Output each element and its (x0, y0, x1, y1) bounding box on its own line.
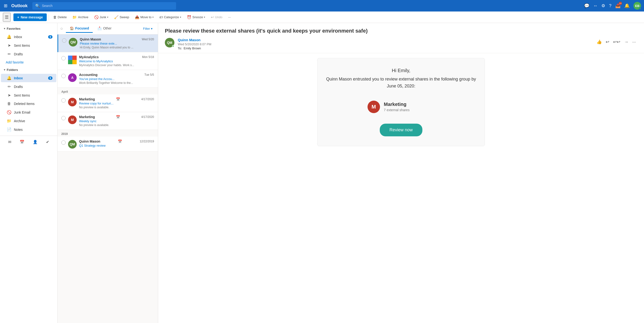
search-input[interactable] (42, 4, 173, 8)
email-list: QM Quinn Mason Wed 5/20 Please review th… (58, 34, 158, 323)
settings-icon[interactable]: ⚙ (601, 3, 605, 8)
email-preview: Hi Emily, Quinn Mason entrusted you to .… (80, 46, 154, 49)
select-all-check[interactable]: ○ (60, 26, 63, 31)
email-item[interactable]: A Accounting Tue 5/5 You've joined the A… (58, 70, 158, 88)
favorites-label: Favorites (7, 27, 20, 30)
email-list-tabs: ○ 🏠 Focused 📩 Other Filter ▾ (58, 23, 158, 34)
reply-all-button[interactable]: ↩↩ (612, 38, 622, 46)
email-item[interactable]: M Marketing 📅 4/17/2020 Weekly sync No p… (58, 112, 158, 130)
chat-icon[interactable]: 💬 (584, 3, 590, 8)
bell-icon[interactable]: 🔔 (624, 3, 630, 8)
email-select-radio[interactable] (61, 74, 66, 78)
categorize-button[interactable]: 🏷 Categorize (157, 14, 184, 20)
email-subject: Review copy for nurturi... (79, 102, 154, 105)
send-icon[interactable]: 📤 10 (615, 3, 620, 8)
sidebar-item-junk[interactable]: 🚫 Junk Email (1, 108, 56, 116)
email-select-radio[interactable] (61, 116, 66, 120)
folders-label: Folders (7, 68, 18, 72)
sidebar-item-archive[interactable]: 📁 Archive (1, 117, 56, 125)
archive-button[interactable]: 📁 Archive (70, 14, 90, 21)
sidebar-item-inbox[interactable]: 🔔 Inbox 9 (1, 74, 56, 82)
email-content: Quinn Mason Wed 5/20 Please review these… (80, 38, 154, 49)
move-to-button[interactable]: 📤 Move to (132, 14, 156, 21)
email-content: Marketing 📅 4/17/2020 Weekly sync No pre… (79, 115, 154, 127)
more-button[interactable]: ··· (226, 14, 233, 20)
help-icon[interactable]: ? (609, 3, 612, 8)
favorites-header[interactable]: ▾ Favorites (0, 25, 57, 32)
forward-button[interactable]: → (623, 38, 630, 46)
sidebar-item-deleted[interactable]: 🗑 Deleted Items (1, 100, 56, 108)
sidebar-item-drafts[interactable]: ✏ Drafts (1, 82, 56, 91)
email-date: Wed 5/20 (142, 38, 154, 41)
sweep-button[interactable]: 🧹 Sweep (112, 14, 132, 21)
email-select-radio[interactable] (61, 98, 66, 102)
grid-icon[interactable]: ⊞ (3, 2, 8, 9)
email-subject: Q1 Strategy review (79, 144, 154, 147)
undo-button[interactable]: ↩ Undo (208, 14, 225, 21)
email-preview: MyAnalytics Discover your habits. Work s… (79, 64, 154, 67)
share-icon[interactable]: ↔ (593, 3, 598, 8)
sender-avatar: QM (165, 38, 174, 48)
email-item[interactable]: MyAnalytics Mon 5/18 Welcome to MyAnalyt… (58, 52, 158, 70)
sidebar-item-sent[interactable]: ➤ Sent Items (1, 91, 56, 100)
email-sender: MyAnalytics (79, 55, 99, 59)
email-sender: Accounting (79, 73, 98, 77)
email-greeting: Hi Emily, (325, 68, 478, 73)
sidebar-item-fav-drafts[interactable]: ✏ Drafts (1, 50, 56, 58)
junk-button[interactable]: 🚫 Junk (92, 14, 111, 21)
avatar: A (68, 73, 77, 82)
email-body-card: Hi Emily, Quinn Mason entrusted you to r… (317, 58, 485, 146)
email-body: Hi Emily, Quinn Mason entrusted you to r… (158, 53, 644, 323)
email-date: 4/17/2020 (141, 98, 154, 101)
search-bar[interactable]: 🔍 (32, 2, 176, 10)
snooze-button[interactable]: ⏰ Snooze (184, 14, 208, 21)
hamburger-button[interactable]: ☰ (3, 13, 10, 22)
folders-header[interactable]: ▾ Folders (0, 66, 57, 74)
email-item[interactable]: QM Quinn Mason Wed 5/20 Please review th… (58, 34, 158, 52)
email-select-radio[interactable] (62, 38, 66, 43)
sidebar-item-fav-inbox[interactable]: 🔔 Inbox 9 (1, 32, 56, 41)
reply-button[interactable]: ↩ (604, 38, 611, 46)
email-preview: No preview is available. (79, 124, 154, 127)
avatar: QM (68, 140, 77, 148)
sweep-icon: 🧹 (114, 15, 118, 20)
tab-other[interactable]: 📩 Other (94, 24, 115, 33)
email-more-button[interactable]: ··· (631, 38, 637, 46)
email-select-radio[interactable] (61, 56, 66, 60)
calendar-icon: 📅 (116, 115, 120, 119)
group-avatar: M (368, 101, 380, 113)
like-button[interactable]: 👍 (595, 38, 603, 46)
svg-rect-1 (72, 56, 77, 60)
email-item[interactable]: QM Quinn Mason 📅 12/22/2019 Q1 Strategy … (58, 136, 158, 152)
people-bottom-icon[interactable]: 👤 (33, 140, 38, 144)
sender-online-indicator (172, 45, 174, 47)
email-content: Marketing 📅 4/17/2020 Review copy for nu… (79, 97, 154, 109)
archive-folder-icon: 📁 (7, 118, 12, 123)
email-item[interactable]: M Marketing 📅 4/17/2020 Review copy for … (58, 94, 158, 112)
user-avatar[interactable]: EB (634, 2, 641, 10)
review-now-button[interactable]: Review now (380, 124, 422, 136)
email-body-text: Quinn Mason entrusted you to review exte… (325, 76, 478, 90)
tasks-bottom-icon[interactable]: ✔ (46, 140, 49, 144)
filter-button[interactable]: Filter ▾ (141, 26, 155, 32)
sidebar-item-fav-sent[interactable]: ➤ Sent Items (1, 41, 56, 50)
sender-name[interactable]: Quinn Mason (178, 38, 592, 42)
mail-bottom-icon[interactable]: ✉ (8, 140, 11, 144)
email-sender: Marketing (79, 97, 95, 101)
calendar-bottom-icon[interactable]: 📅 (20, 140, 24, 144)
email-select-radio[interactable] (61, 140, 66, 145)
add-favorite-button[interactable]: Add favorite (0, 58, 57, 66)
tab-focused[interactable]: 🏠 Focused (66, 24, 93, 33)
sent-folder-icon: ➤ (7, 93, 12, 98)
email-date: 4/17/2020 (141, 115, 154, 118)
sidebar-item-notes[interactable]: 📄 Notes (1, 125, 56, 134)
email-view-meta: QM Quinn Mason Wed 5/20/2020 8:07 PM To:… (165, 38, 637, 50)
online-indicator (639, 8, 641, 10)
email-preview: No preview is available. (79, 106, 154, 109)
other-tab-icon: 📩 (98, 26, 102, 30)
delete-button[interactable]: 🗑 Delete (51, 14, 69, 20)
email-view-header: Please review these external shares (it'… (158, 23, 644, 53)
bell-icon: 🔔 (7, 34, 12, 39)
app-title: Outlook (11, 3, 28, 8)
new-message-button[interactable]: + New message (14, 14, 47, 21)
